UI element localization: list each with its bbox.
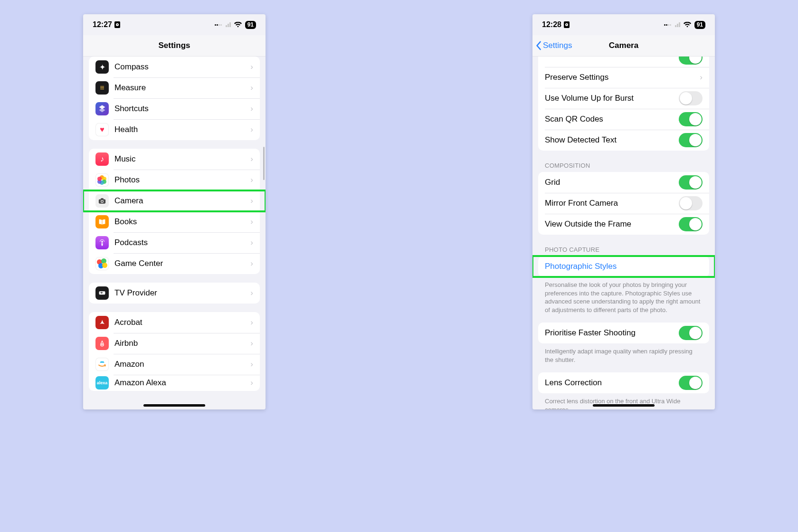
cell-detected-text[interactable]: Show Detected Text <box>538 130 709 151</box>
cell-partial-above[interactable] <box>538 57 709 67</box>
nav-title: Settings <box>158 41 190 50</box>
cell-gamecenter[interactable]: Game Center › <box>89 253 260 274</box>
podcasts-icon <box>95 236 109 249</box>
chevron-right-icon: › <box>250 83 253 93</box>
health-icon: ♥ <box>95 123 109 136</box>
status-time: 12:27 <box>93 20 112 29</box>
nav-back-button[interactable]: Settings <box>535 35 572 56</box>
orientation-lock-icon <box>114 21 120 28</box>
battery-pill: 91 <box>694 21 705 29</box>
cell-label: Mirror Front Camera <box>545 199 679 208</box>
cell-signal-icon <box>664 24 671 26</box>
cell-podcasts[interactable]: Podcasts › <box>89 232 260 253</box>
cell-label: Preserve Settings <box>545 73 700 82</box>
cell-label: Game Center <box>114 259 250 268</box>
cell-music[interactable]: ♪ Music › <box>89 149 260 170</box>
cell-photos[interactable]: Photos › <box>89 170 260 190</box>
cell-label: Shortcuts <box>114 104 250 114</box>
section-header-capture: PHOTO CAPTURE <box>532 235 715 256</box>
section-footer-lens: Correct lens distortion on the front and… <box>532 393 715 409</box>
chevron-right-icon: › <box>250 288 253 298</box>
cell-bars-icon <box>675 22 680 27</box>
cell-tvprovider[interactable]: TV Provider › <box>89 283 260 304</box>
camera-settings-body[interactable]: Preserve Settings › Use Volume Up for Bu… <box>532 57 715 409</box>
cell-label: Photographic Styles <box>545 262 703 271</box>
chevron-right-icon: › <box>700 73 703 82</box>
camera-icon <box>95 194 109 208</box>
cell-label: Measure <box>114 83 250 93</box>
cell-measure[interactable]: ≡ Measure › <box>89 77 260 98</box>
home-indicator[interactable] <box>143 404 205 407</box>
toggle-switch[interactable] <box>679 376 703 390</box>
chevron-right-icon: › <box>250 339 253 348</box>
chevron-right-icon: › <box>250 259 253 268</box>
cell-acrobat[interactable]: Acrobat › <box>89 312 260 333</box>
cell-photographic-styles[interactable]: Photographic Styles <box>538 256 709 277</box>
chevron-right-icon: › <box>250 238 253 247</box>
home-indicator[interactable] <box>593 404 655 407</box>
cell-volume-burst[interactable]: Use Volume Up for Burst <box>538 88 709 109</box>
cell-mirror-front[interactable]: Mirror Front Camera <box>538 193 709 214</box>
cell-label: Show Detected Text <box>545 135 679 145</box>
cell-lens-correction[interactable]: Lens Correction <box>538 372 709 393</box>
cell-alexa[interactable]: alexa Amazon Alexa › <box>89 375 260 391</box>
chevron-right-icon: › <box>250 217 253 227</box>
toggle-switch[interactable] <box>679 175 703 190</box>
cell-compass[interactable]: ✦ Compass › <box>89 57 260 77</box>
alexa-icon: alexa <box>95 376 109 390</box>
compass-icon: ✦ <box>95 60 109 74</box>
cell-books[interactable]: Books › <box>89 211 260 232</box>
battery-pill: 91 <box>245 21 256 29</box>
toggle-switch[interactable] <box>679 326 703 340</box>
section-footer-prioritise: Intelligently adapt image quality when r… <box>532 343 715 364</box>
shortcuts-icon <box>95 102 109 115</box>
cell-label: Camera <box>114 196 250 206</box>
phone-settings: 12:27 91 Settings ✦ Compass › <box>83 14 266 409</box>
chevron-right-icon: › <box>250 125 253 134</box>
cell-label: Acrobat <box>114 318 250 327</box>
toggle-switch[interactable] <box>679 133 703 147</box>
cell-label: Airbnb <box>114 339 250 348</box>
svg-point-4 <box>101 241 103 243</box>
cell-bars-icon <box>226 22 231 27</box>
status-bar: 12:28 91 <box>532 14 715 35</box>
toggle-switch[interactable] <box>679 217 703 231</box>
music-icon: ♪ <box>95 152 109 166</box>
wifi-icon <box>683 21 692 28</box>
cell-camera[interactable]: Camera › <box>89 190 260 211</box>
cell-prioritise-faster-shooting[interactable]: Prioritise Faster Shooting <box>538 323 709 343</box>
settings-body[interactable]: ✦ Compass › ≡ Measure › Shortcuts › <box>83 57 266 409</box>
cell-label: Lens Correction <box>545 378 679 388</box>
chevron-right-icon: › <box>250 196 253 206</box>
cell-preserve-settings[interactable]: Preserve Settings › <box>538 67 709 88</box>
gamecenter-icon <box>95 257 109 270</box>
status-bar: 12:27 91 <box>83 14 266 35</box>
chevron-right-icon: › <box>250 62 253 72</box>
cell-label: Photos <box>114 175 250 185</box>
scrollbar-thumb[interactable] <box>263 147 265 180</box>
airbnb-icon <box>95 337 109 350</box>
wifi-icon <box>234 21 242 28</box>
toggle-switch[interactable] <box>679 91 703 105</box>
chevron-left-icon <box>535 41 542 50</box>
phone-camera-settings: 12:28 91 Settings Camera <box>532 14 715 409</box>
cell-label: Podcasts <box>114 238 250 247</box>
chevron-right-icon: › <box>250 378 253 388</box>
chevron-right-icon: › <box>250 318 253 327</box>
cell-grid[interactable]: Grid <box>538 172 709 193</box>
nav-title: Camera <box>609 41 638 50</box>
cell-shortcuts[interactable]: Shortcuts › <box>89 98 260 119</box>
cell-amazon[interactable]: Amazon › <box>89 354 260 375</box>
toggle-switch[interactable] <box>679 112 703 126</box>
toggle-switch[interactable] <box>679 57 703 65</box>
amazon-icon <box>95 358 109 371</box>
cell-scan-qr[interactable]: Scan QR Codes <box>538 109 709 130</box>
cell-label: Compass <box>114 62 250 72</box>
cell-health[interactable]: ♥ Health › <box>89 119 260 140</box>
photos-icon <box>95 173 109 187</box>
svg-rect-1 <box>101 198 104 200</box>
measure-icon: ≡ <box>95 81 109 95</box>
toggle-switch[interactable] <box>679 196 703 210</box>
cell-view-outside-frame[interactable]: View Outside the Frame <box>538 214 709 235</box>
cell-airbnb[interactable]: Airbnb › <box>89 333 260 354</box>
